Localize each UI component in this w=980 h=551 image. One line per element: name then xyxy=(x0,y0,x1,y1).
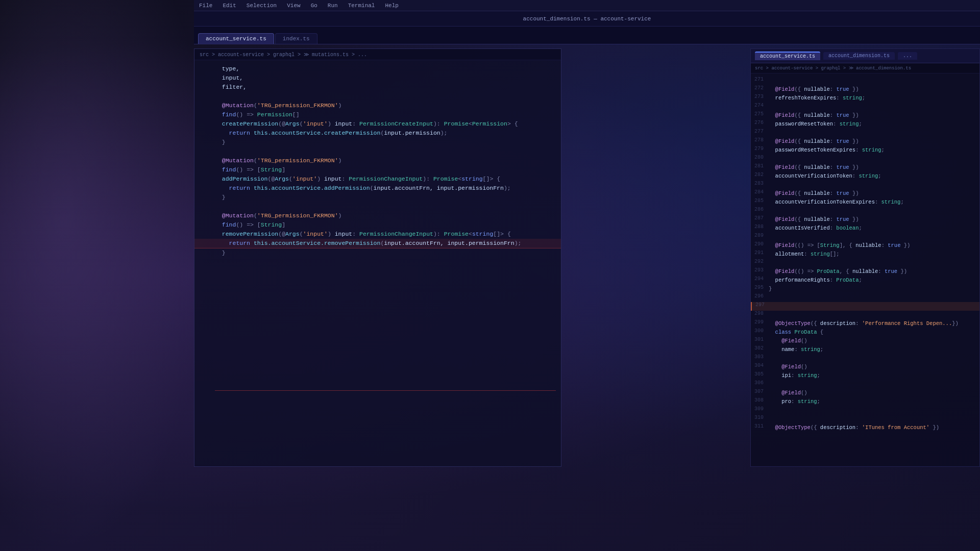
right-code-line: 289 xyxy=(751,233,979,241)
right-code-line: 292 xyxy=(751,259,979,267)
right-code-line: 304 @Field() xyxy=(751,363,979,371)
right-editor: account_service.ts account_dimension.ts … xyxy=(750,48,980,467)
right-code-line: 273 refreshTokenExpires: string; xyxy=(751,94,979,103)
left-editor: src > account-service > graphql > ≫ muta… xyxy=(194,48,561,467)
right-code-line: 291 allotment: string[]; xyxy=(751,250,979,259)
right-tab-account-service[interactable]: account_service.ts xyxy=(755,52,820,60)
right-code-line: 303 xyxy=(751,354,979,363)
code-line: addPermission(@Args('input') input: Perm… xyxy=(194,174,561,184)
menu-run[interactable]: Run xyxy=(328,3,338,9)
menu-file[interactable]: File xyxy=(199,3,212,9)
code-line: @Mutation('TRG_permission_FKRMON') xyxy=(194,211,561,220)
code-line xyxy=(194,92,561,101)
right-code-line: 271 xyxy=(751,77,979,85)
right-code-line: 285 accountVerificationTokenExpires: str… xyxy=(751,198,979,207)
left-code-area[interactable]: type, input, filter, @Mutation('TRG_perm… xyxy=(194,60,561,452)
menu-view[interactable]: View xyxy=(287,3,300,9)
code-line: } xyxy=(194,248,561,258)
menu-edit[interactable]: Edit xyxy=(223,3,236,9)
code-line: createPermission(@Args('input') input: P… xyxy=(194,119,561,129)
right-code-line: 275 @Field({ nullable: true }) xyxy=(751,111,979,120)
right-code-line: 272 @Field({ nullable: true }) xyxy=(751,85,979,94)
right-code-line: 299 @ObjectType({ description: 'Performa… xyxy=(751,319,979,328)
right-code-line: 302 name: string; xyxy=(751,345,979,354)
code-line xyxy=(194,147,561,156)
right-code-line: 293 @Field(() => ProData, { nullable: tr… xyxy=(751,267,979,276)
code-line: type, xyxy=(194,64,561,73)
code-line: return this.accountService.addPermission… xyxy=(194,184,561,193)
right-code-line: 286 xyxy=(751,207,979,215)
right-tab-more[interactable]: ... xyxy=(898,52,917,60)
window-title: account_dimension.ts — account-service xyxy=(523,16,651,22)
tab-account-service[interactable]: account_service.ts xyxy=(198,33,274,44)
right-code-line: 283 xyxy=(751,181,979,189)
right-code-line: 279 passwordResetTokenExpires: string; xyxy=(751,146,979,155)
right-panel-titlebar: account_service.ts account_dimension.ts … xyxy=(751,49,979,63)
code-line: } xyxy=(194,138,561,147)
right-code-line: 311 @ObjectType({ description: 'ITunes f… xyxy=(751,423,979,432)
right-code-line: 281 @Field({ nullable: true }) xyxy=(751,163,979,172)
right-code-line: 277 xyxy=(751,129,979,137)
menu-bar: File Edit Selection View Go Run Terminal… xyxy=(194,0,980,11)
code-line: find() => [String] xyxy=(194,165,561,174)
right-code-line: 276 passwordResetToken: string; xyxy=(751,120,979,129)
right-code-line: 274 xyxy=(751,103,979,111)
code-line: @Mutation('TRG_permission_FKRMON') xyxy=(194,156,561,165)
right-code-line: 305 ipi: string; xyxy=(751,371,979,380)
code-line xyxy=(194,202,561,211)
code-line: filter, xyxy=(194,83,561,92)
menu-help[interactable]: Help xyxy=(385,3,398,9)
menu-go[interactable]: Go xyxy=(311,3,317,9)
right-code-line: 278 @Field({ nullable: true }) xyxy=(751,137,979,146)
right-code-line: 310 xyxy=(751,415,979,423)
tab-bar: account_service.ts index.ts xyxy=(194,27,980,44)
code-line-error: return this.accountService.removePermiss… xyxy=(194,239,561,248)
right-code-line: 300 class ProData { xyxy=(751,328,979,337)
window-title-bar: account_dimension.ts — account-service xyxy=(194,11,980,27)
right-code-line: 301 @Field() xyxy=(751,337,979,345)
right-tab-account-dimension[interactable]: account_dimension.ts xyxy=(823,52,895,60)
menu-terminal[interactable]: Terminal xyxy=(348,3,375,9)
code-line: input, xyxy=(194,73,561,83)
code-line: removePermission(@Args('input') input: P… xyxy=(194,230,561,239)
code-line: } xyxy=(194,193,561,202)
right-code-line: 306 xyxy=(751,380,979,389)
right-code-line: 282 accountVerificationToken: string; xyxy=(751,172,979,181)
right-code-line: 294 performanceRights: ProData; xyxy=(751,276,979,285)
right-code-line: 309 xyxy=(751,406,979,415)
error-indicator xyxy=(215,390,556,391)
code-line: find() => [String] xyxy=(194,220,561,230)
right-code-line: 296 xyxy=(751,293,979,302)
right-code-line: 280 xyxy=(751,155,979,163)
code-line: @Mutation('TRG_permission_FKRMON') xyxy=(194,101,561,110)
right-code-line: 307 @Field() xyxy=(751,389,979,397)
right-code-line-active: 297 xyxy=(751,302,979,311)
tab-index[interactable]: index.ts xyxy=(275,33,317,44)
right-code-line: 284 @Field({ nullable: true }) xyxy=(751,189,979,198)
menu-selection[interactable]: Selection xyxy=(247,3,277,9)
right-code-line: 288 accountIsVerified: boolean; xyxy=(751,224,979,233)
code-line: find() => Permission[] xyxy=(194,110,561,119)
right-code-line: 308 pro: string; xyxy=(751,397,979,406)
right-code-area[interactable]: 271 272 @Field({ nullable: true }) 273 r… xyxy=(751,73,979,466)
code-line: return this.accountService.createPermiss… xyxy=(194,129,561,138)
right-code-line: 290 @Field(() => [String], { nullable: t… xyxy=(751,241,979,250)
right-code-line: 298 xyxy=(751,311,979,319)
right-code-line: 295 } xyxy=(751,285,979,293)
right-code-line: 287 @Field({ nullable: true }) xyxy=(751,215,979,224)
left-breadcrumb: src > account-service > graphql > ≫ muta… xyxy=(194,49,561,60)
right-breadcrumb: src > account-service > graphql > ≫ acco… xyxy=(751,63,979,73)
hand-silhouette xyxy=(0,0,214,551)
